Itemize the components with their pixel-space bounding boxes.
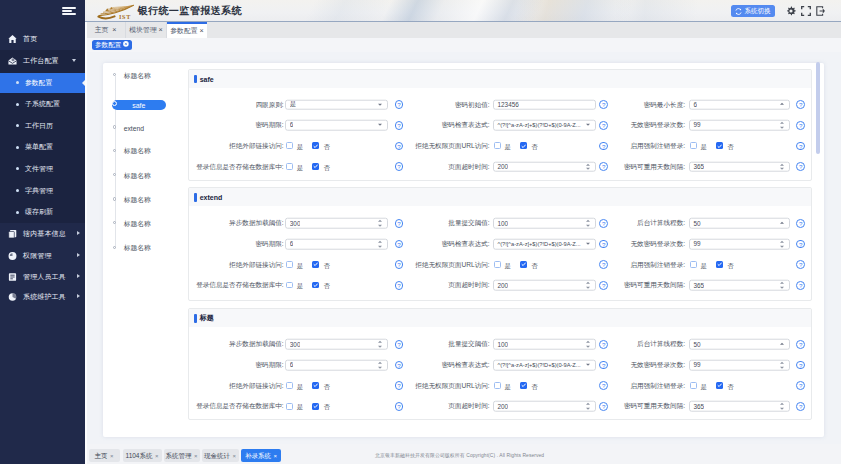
svg-text:IST: IST xyxy=(119,13,131,20)
